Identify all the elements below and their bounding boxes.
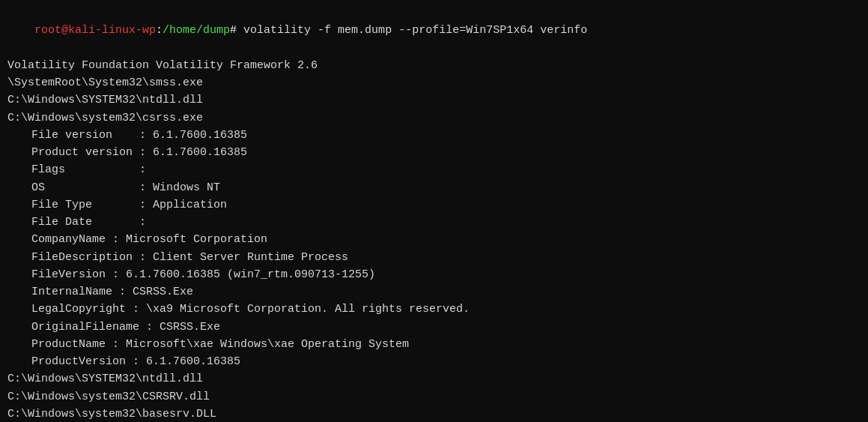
terminal-line: Product version : 6.1.7600.16385 (7, 144, 861, 161)
terminal-line: ProductName : Microsoft\xae Windows\xae … (7, 336, 861, 353)
prompt-user: root@kali-linux-wp (34, 24, 156, 37)
prompt-line: root@kali-linux-wp:/home/dump# volatilit… (7, 4, 861, 57)
terminal-line: Volatility Foundation Volatility Framewo… (7, 57, 861, 74)
terminal-line: C:\Windows\SYSTEM32\ntdll.dll (7, 91, 861, 109)
terminal-line: CompanyName : Microsoft Corporation (7, 231, 861, 248)
terminal-line: ProductVersion : 6.1.7600.16385 (7, 353, 861, 370)
terminal-line: LegalCopyright : \xa9 Microsoft Corporat… (7, 301, 861, 318)
prompt-separator: : (156, 24, 163, 37)
terminal-line: OriginalFilename : CSRSS.Exe (7, 319, 861, 336)
terminal-line: \SystemRoot\System32\smss.exe (7, 74, 861, 91)
terminal-line: Flags : (7, 161, 861, 178)
terminal-line: File Date : (7, 214, 861, 231)
terminal-line: File version : 6.1.7600.16385 (7, 127, 861, 144)
terminal-line: C:\Windows\system32\basesrv.DLL (7, 406, 861, 422)
prompt-command: volatility -f mem.dump --profile=Win7SP1… (237, 24, 587, 37)
terminal-window: root@kali-linux-wp:/home/dump# volatilit… (0, 0, 868, 422)
terminal-line: FileVersion : 6.1.7600.16385 (win7_rtm.0… (7, 266, 861, 283)
prompt-path: /home/dump (163, 24, 230, 37)
output-container: Volatility Foundation Volatility Framewo… (7, 57, 861, 422)
terminal-line: C:\Windows\SYSTEM32\ntdll.dll (7, 370, 861, 388)
terminal-line: File Type : Application (7, 196, 861, 214)
terminal-line: FileDescription : Client Server Runtime … (7, 249, 861, 266)
terminal-line: C:\Windows\system32\csrss.exe (7, 109, 861, 127)
prompt-symbol: # (230, 24, 237, 37)
terminal-line: C:\Windows\system32\CSRSRV.dll (7, 388, 861, 406)
terminal-line: OS : Windows NT (7, 179, 861, 196)
terminal-line: InternalName : CSRSS.Exe (7, 283, 861, 301)
